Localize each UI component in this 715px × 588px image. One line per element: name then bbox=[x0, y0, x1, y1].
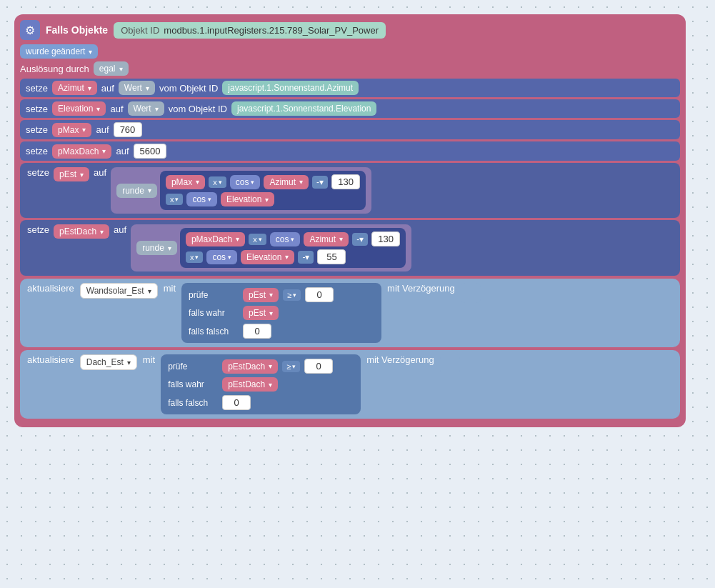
pestdach-formula-row1: pMaxDach x cos Azimut -▾ 130 bbox=[186, 231, 400, 246]
mit-text1: mit bbox=[164, 283, 176, 294]
pest-wahr-chip[interactable]: pEst bbox=[243, 306, 279, 320]
wert-chip1[interactable]: Wert bbox=[119, 81, 155, 95]
pruefe1-row: prüfe pEst ≥ 0 bbox=[189, 287, 374, 302]
pmax-value[interactable]: 760 bbox=[114, 122, 142, 137]
pmax-formula-chip[interactable]: pMax bbox=[166, 175, 205, 189]
gear-icon[interactable]: ⚙ bbox=[20, 20, 40, 40]
geq-op2[interactable]: ≥ bbox=[282, 361, 300, 372]
val55[interactable]: 55 bbox=[317, 249, 346, 264]
setze-pestdach-label: setze bbox=[27, 224, 49, 235]
auf-text4: auf bbox=[116, 146, 129, 156]
geq-op1[interactable]: ≥ bbox=[283, 289, 301, 301]
aktualisiere2-text: aktualisiere bbox=[27, 354, 74, 365]
x-op1[interactable]: x bbox=[209, 176, 226, 188]
setze-pmax-text: setze bbox=[26, 124, 48, 135]
x-op3[interactable]: x bbox=[249, 234, 266, 245]
elevation-dach-chip[interactable]: Elevation bbox=[241, 250, 294, 264]
setze-azimut-text: setze bbox=[26, 83, 48, 94]
runde-pestdach: runde pMaxDach x cos Azimut -▾ 130 bbox=[131, 224, 411, 271]
runde-chip2[interactable]: runde bbox=[136, 241, 177, 255]
falls-falsch1-val[interactable]: 0 bbox=[243, 324, 271, 339]
setze-pmax-row: setze pMax auf 760 bbox=[20, 120, 680, 139]
falls-wahr2-label: falls wahr bbox=[168, 379, 218, 389]
pruefe2-container: prüfe pEstDach ≥ 0 falls wahr pEstDach f… bbox=[161, 354, 361, 414]
pmaxdach-value[interactable]: 5600 bbox=[134, 144, 167, 159]
wandsolar-chip[interactable]: Wandsolar_Est bbox=[80, 283, 158, 299]
mit-verzoegerung2: mit Verzögerung bbox=[366, 354, 434, 365]
cos-block4[interactable]: cos bbox=[206, 250, 237, 264]
val130-1[interactable]: 130 bbox=[331, 174, 360, 189]
main-block: ⚙ Falls Objekte Objekt ID modbus.1.input… bbox=[14, 14, 700, 427]
pestdach-formula-row2: x cos Elevation -▾ 55 bbox=[186, 249, 400, 264]
azimut-id-chip[interactable]: javascript.1.Sonnenstand.Azimut bbox=[222, 81, 359, 95]
minus-chip3: -▾ bbox=[298, 251, 314, 264]
auslosung-row: Auslösung durch egal bbox=[20, 61, 680, 76]
vom-text2: vom Objekt ID bbox=[169, 104, 227, 114]
azimut-dach-chip[interactable]: Azimut bbox=[304, 232, 349, 246]
setze-azimut-row: setze Azimut auf Wert vom Objekt ID java… bbox=[20, 79, 680, 97]
pruefe1-container: prüfe pEst ≥ 0 falls wahr pEst falls fal… bbox=[181, 283, 381, 343]
mit-text2: mit bbox=[143, 354, 155, 365]
pestdach-formula: pMaxDach x cos Azimut -▾ 130 x cos bbox=[180, 228, 406, 268]
runde-chip1[interactable]: runde bbox=[116, 184, 157, 198]
auslosung-chip[interactable]: egal bbox=[94, 61, 129, 76]
auf-text5: auf bbox=[94, 167, 106, 178]
elevation-formula-chip[interactable]: Elevation bbox=[221, 192, 274, 206]
aktualisiere1-text: aktualisiere bbox=[27, 283, 74, 294]
objekt-id-label: Objekt ID bbox=[121, 25, 159, 36]
x-op4[interactable]: x bbox=[186, 251, 204, 263]
aktualisiere1-block: aktualisiere Wandsolar_Est mit prüfe pEs… bbox=[20, 279, 680, 347]
setze-elevation-row: setze Elevation auf Wert vom Objekt ID j… bbox=[20, 99, 680, 118]
falls-falsch1-label: falls falsch bbox=[189, 327, 239, 337]
falls-falsch2-val[interactable]: 0 bbox=[222, 395, 251, 410]
pruefe1-label: prüfe bbox=[189, 290, 239, 300]
verzoegerung1-checkbox[interactable] bbox=[461, 283, 481, 303]
val130-2[interactable]: 130 bbox=[371, 231, 400, 246]
pestdach-chip[interactable]: pEstDach bbox=[54, 224, 109, 239]
dachest-chip[interactable]: Dach_Est bbox=[80, 354, 137, 370]
wurde-row: wurde geändert bbox=[20, 44, 680, 59]
pest-chip[interactable]: pEst bbox=[54, 167, 89, 181]
auslosung-text: Auslösung durch bbox=[20, 64, 89, 74]
falls-wahr1-label: falls wahr bbox=[189, 308, 239, 318]
falls-objekte-label: Falls Objekte bbox=[46, 24, 108, 36]
cos-block2[interactable]: cos bbox=[186, 192, 217, 206]
pruefe2-val[interactable]: 0 bbox=[304, 359, 333, 374]
vom-text1: vom Objekt ID bbox=[159, 83, 218, 94]
elevation-chip[interactable]: Elevation bbox=[52, 101, 106, 116]
objekt-id-box[interactable]: Objekt ID modbus.1.inputRegisters.215.78… bbox=[114, 22, 386, 39]
wurde-chip[interactable]: wurde geändert bbox=[20, 44, 98, 59]
auf-text2: auf bbox=[110, 104, 123, 114]
falls-wahr2-row: falls wahr pEstDach bbox=[168, 377, 354, 392]
x-op2[interactable]: x bbox=[166, 194, 184, 205]
elevation-id-chip[interactable]: javascript.1.Sonnenstand.Elevation bbox=[231, 101, 376, 116]
setze-pmaxdach-row: setze pMaxDach auf 5600 bbox=[20, 141, 680, 161]
pest-pruefe-chip[interactable]: pEst bbox=[243, 288, 279, 302]
aktualisiere2-block: aktualisiere Dach_Est mit prüfe pEstDach… bbox=[20, 350, 680, 419]
azimut-formula-chip[interactable]: Azimut bbox=[264, 175, 309, 189]
pest-formula-row2: x cos Elevation bbox=[166, 192, 360, 206]
runde-pest: runde pMax x cos Azimut -▾ 130 bbox=[111, 167, 371, 214]
pruefe2-label: prüfe bbox=[168, 362, 218, 372]
verzoegerung2-checkbox[interactable] bbox=[440, 354, 460, 374]
falls-falsch1-row: falls falsch 0 bbox=[189, 324, 374, 339]
cos-block3[interactable]: cos bbox=[270, 232, 301, 246]
pmaxdach-chip[interactable]: pMaxDach bbox=[52, 144, 111, 159]
auf-text6: auf bbox=[114, 224, 126, 235]
pestdach-pruefe-chip[interactable]: pEstDach bbox=[222, 359, 278, 374]
azimut-chip[interactable]: Azimut bbox=[52, 81, 97, 95]
setze-pmaxdach-text: setze bbox=[26, 146, 48, 156]
auf-text1: auf bbox=[101, 83, 114, 94]
pmax-chip[interactable]: pMax bbox=[52, 123, 91, 137]
pruefe1-val[interactable]: 0 bbox=[305, 287, 334, 302]
falls-falsch2-row: falls falsch 0 bbox=[168, 395, 354, 410]
pruefe2-row: prüfe pEstDach ≥ 0 bbox=[168, 359, 354, 374]
pestdach-wahr-chip[interactable]: pEstDach bbox=[222, 377, 278, 392]
minus-chip2: -▾ bbox=[352, 233, 368, 246]
mit-verzoegerung1: mit Verzögerung bbox=[387, 283, 455, 294]
wert-chip2[interactable]: Wert bbox=[128, 101, 164, 116]
outer-pink-block: ⚙ Falls Objekte Objekt ID modbus.1.input… bbox=[14, 14, 686, 427]
pmaxdach-formula-chip[interactable]: pMaxDach bbox=[186, 232, 245, 246]
cos-block1[interactable]: cos bbox=[230, 175, 261, 189]
setze-elevation-text: setze bbox=[26, 104, 48, 114]
